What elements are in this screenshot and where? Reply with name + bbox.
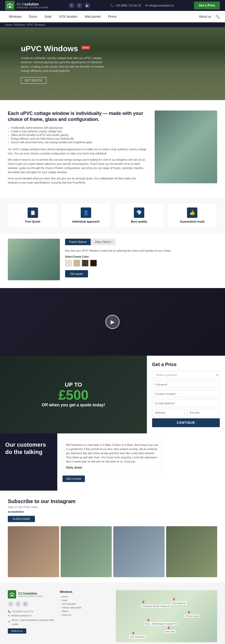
footer-nav-item[interactable]: Floors bbox=[60, 610, 111, 613]
add-review-button[interactable]: Add a review bbox=[63, 476, 85, 482]
configurator-section: Frame Options Glass Options See how your… bbox=[0, 233, 225, 288]
guaranteed-icon: 👍 bbox=[187, 207, 197, 218]
testimonial-title: Our customers do the talking bbox=[5, 441, 52, 456]
nav-bar: Windows Doors Solar VOX facades Wall pan… bbox=[0, 11, 225, 22]
get-quote-config-button[interactable]: Get quote bbox=[65, 270, 88, 277]
config-panel: Frame Options Glass Options See how your… bbox=[65, 239, 217, 280]
tab-frame-options[interactable]: Frame Options bbox=[65, 239, 91, 245]
sale-badge: SALE bbox=[81, 46, 90, 49]
contact-info: 📞 +35 (089) 715-42-76 ✉ info@ecosolution… bbox=[110, 4, 174, 7]
get-price-button[interactable]: Get a Price bbox=[194, 2, 220, 9]
video-section: ▶ bbox=[0, 288, 225, 356]
nav-vox[interactable]: VOX facades bbox=[55, 12, 81, 22]
nav-doors[interactable]: Doors bbox=[25, 12, 41, 22]
footer-nav-item[interactable]: Doors bbox=[60, 595, 111, 598]
phone-icon: 📞 bbox=[8, 609, 11, 614]
footer-facebook-icon[interactable]: f bbox=[8, 601, 14, 607]
hero-cta-button[interactable]: GET QUOTE bbox=[21, 77, 46, 84]
feature-item: Energy efficient, and can help reduce yo… bbox=[8, 137, 147, 140]
insta-photo-3 bbox=[113, 526, 165, 577]
free-quote-icon: 📋 bbox=[28, 207, 38, 218]
footer-nav-item[interactable]: Interior wall panels bbox=[60, 606, 111, 609]
instagram-grid bbox=[8, 526, 217, 577]
footer-logo: ECOsolution WINDOWS, DOORS & MORE bbox=[8, 590, 55, 599]
hero-section: uPVC Windows SALE Create an authentic co… bbox=[0, 27, 225, 100]
breadcrumb-home[interactable]: Home bbox=[5, 23, 12, 26]
footer-nav-item[interactable]: About us bbox=[60, 614, 111, 616]
map-label-1: Construction Industry Training Ltd bbox=[141, 605, 170, 608]
breadcrumb-windows[interactable]: Windows bbox=[14, 23, 25, 26]
footer-twitter-icon[interactable]: t bbox=[15, 601, 21, 607]
feature-card-guaranteed: 👍 Guaranteed result bbox=[167, 203, 217, 228]
swatch-white[interactable] bbox=[65, 260, 72, 266]
promo-right: Get a Price Select a product CONTINUE bbox=[147, 356, 225, 433]
hero-description: Create an authentic country cottage look… bbox=[21, 56, 104, 73]
nav-solar[interactable]: Solar bbox=[41, 12, 55, 22]
feature-list: Traditionally styled windows with glazin… bbox=[8, 126, 147, 144]
color-swatches bbox=[65, 260, 217, 266]
map-label-5: Salins Gate bbox=[165, 630, 176, 633]
swatch-cream[interactable] bbox=[73, 260, 80, 266]
content-section: Each uPVC cottage window is individually… bbox=[0, 100, 225, 197]
nav-floors[interactable]: Floors bbox=[104, 12, 120, 22]
footer-phone: 📞 +35 (089) 715-42-76 bbox=[8, 609, 55, 614]
feature-item: Offers all the benefits of uPVC and doub… bbox=[8, 134, 147, 136]
footer-logo-icon bbox=[8, 590, 16, 599]
subscribe-button[interactable]: SUBSCRIBE bbox=[8, 516, 35, 522]
promo-form-title: Get a Price bbox=[152, 362, 220, 367]
fullname-input[interactable] bbox=[152, 381, 220, 388]
footer-contact: 📞 +35 (089) 715-42-76 ✉ info@ecosolution… bbox=[8, 609, 55, 626]
eircode-input[interactable] bbox=[187, 409, 220, 416]
nav-windows[interactable]: Windows bbox=[5, 12, 25, 22]
instagram-section: Subscribe to our Instagram Stay on top o… bbox=[0, 491, 225, 583]
nav-items: Windows Doors Solar VOX facades Wall pan… bbox=[5, 12, 120, 22]
quality-label: Best quality bbox=[131, 220, 147, 223]
promo-section: UP TO £500 Off when you get a quote toda… bbox=[0, 356, 225, 433]
product-select[interactable]: Select a product bbox=[152, 371, 220, 379]
footer-nav-item[interactable]: Solar bbox=[60, 599, 111, 602]
logo-text: ECOsolution WINDOWS, DOORS & MORE bbox=[17, 2, 48, 9]
feature-item: Secure with shoot-bolt locks, key lockin… bbox=[8, 141, 147, 144]
promo-left: UP TO £500 Off when you get a quote toda… bbox=[0, 356, 147, 433]
promo-text: UP TO £500 Off when you get a quote toda… bbox=[42, 381, 105, 407]
nav-wall-panels[interactable]: Wall panels bbox=[81, 12, 104, 22]
map-label-6: Uisce Construction bbox=[129, 635, 146, 638]
instagram-subtitle: Stay on top of the news. bbox=[8, 505, 217, 509]
content-title: Each uPVC cottage window is individually… bbox=[8, 110, 147, 123]
footer-email: ✉ info@ecosolution.ie bbox=[8, 614, 55, 618]
review-text: We'll windows is a man team or 5 (May, 8… bbox=[66, 443, 158, 464]
footer-social: f t in bbox=[8, 601, 55, 607]
youtube-icon[interactable]: ▶ bbox=[84, 3, 90, 8]
feature-item: Create a truly authentic country cottage… bbox=[8, 130, 147, 133]
hero-title: uPVC Windows SALE bbox=[21, 44, 104, 53]
contact-input[interactable] bbox=[152, 390, 220, 398]
feature-card-individual: 👤 Individual approach bbox=[61, 203, 111, 228]
swatch-dark[interactable] bbox=[90, 260, 97, 266]
tab-glass-options[interactable]: Glass Options bbox=[91, 239, 115, 245]
promo-amount: £500 bbox=[42, 388, 105, 402]
footer-instagram-icon[interactable]: in bbox=[22, 601, 28, 607]
address-input[interactable] bbox=[152, 409, 185, 416]
nav-about[interactable]: About us bbox=[199, 15, 211, 18]
testimonial-left: Our customers do the talking bbox=[0, 433, 57, 491]
swatch-brown[interactable] bbox=[82, 260, 89, 266]
content-para-2: We make it easy for you to achieve the c… bbox=[8, 158, 147, 174]
insta-photo-2 bbox=[61, 526, 112, 577]
email-input[interactable] bbox=[152, 400, 220, 407]
footer-address: 📍 Block 1, Marshmeadows Corporate Park, … bbox=[8, 618, 55, 626]
write-us-button[interactable]: Write to us bbox=[8, 628, 26, 634]
feature-card-quality: 💎 Best quality bbox=[114, 203, 164, 228]
content-para-1: Our uPVC cottage windows have cleverly d… bbox=[8, 147, 147, 156]
map-label-4: Block 1, Marshmeadows Corporate Park bbox=[144, 622, 179, 625]
email-icon: ✉ bbox=[8, 614, 10, 618]
social-links: f t ▶ bbox=[69, 3, 90, 8]
facebook-icon[interactable]: f bbox=[69, 3, 74, 8]
search-icon[interactable]: 🔍 bbox=[215, 15, 220, 19]
footer-nav-item[interactable]: VOX facades bbox=[60, 603, 111, 605]
email-info: ✉ info@ecosolution.ie bbox=[145, 4, 174, 7]
twitter-icon[interactable]: t bbox=[77, 3, 82, 8]
content-text: Each uPVC cottage window is individually… bbox=[8, 110, 147, 187]
play-button[interactable]: ▶ bbox=[105, 315, 120, 329]
email-icon: ✉ bbox=[145, 4, 148, 7]
continue-button[interactable]: CONTINUE bbox=[152, 418, 220, 427]
